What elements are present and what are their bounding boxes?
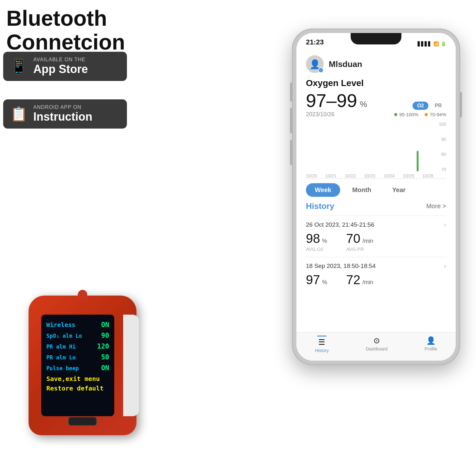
- screen-prhi-value: 120: [97, 343, 109, 350]
- green-dot: [394, 113, 397, 116]
- legend-orange: 70-94%: [425, 112, 446, 117]
- history-date-row: 26 Oct 2023, 21:45-21:56 ›: [306, 221, 446, 228]
- chevron-right-icon: ›: [444, 221, 446, 228]
- avg-o2-value-2: 97: [306, 273, 320, 287]
- avg-o2-unit: %: [322, 238, 327, 244]
- toggle-pills: O2 PR: [413, 102, 446, 110]
- volume-down-button: [290, 140, 292, 165]
- avg-pr-value: 70: [346, 231, 360, 245]
- nav-history[interactable]: ☰ History: [315, 336, 329, 353]
- x-label-1022: 10/22: [345, 173, 356, 178]
- history-date-row-2: 18 Sep 2023, 18:50-18:54 ›: [306, 262, 446, 270]
- volume-up-button: [290, 108, 292, 133]
- avg-o2-unit-2: %: [322, 279, 327, 285]
- history-nav-icon: ☰: [318, 338, 325, 347]
- bottom-nav: ☰ History ⊙ Dashboard 👤 Profile: [296, 332, 456, 361]
- phone-icon: 📱: [10, 58, 28, 75]
- tab-month[interactable]: Month: [343, 183, 380, 197]
- oximeter-button[interactable]: [68, 417, 97, 426]
- tab-year[interactable]: Year: [383, 183, 414, 197]
- o2-value-block: 97–99 %: [306, 91, 367, 110]
- history-header: History More >: [306, 201, 446, 211]
- avg-o2-label: AVG.O2: [306, 246, 327, 252]
- time-tabs: Week Month Year: [306, 183, 446, 197]
- avg-pr-block-2: 72 /min: [346, 273, 373, 287]
- screen-prhi-label: PR alm Hi: [46, 344, 76, 350]
- nav-dashboard[interactable]: ⊙ Dashboard: [366, 336, 388, 351]
- app-store-badge[interactable]: 📱 AVAILABLE ON THE App Store: [3, 52, 127, 81]
- tab-week[interactable]: Week: [306, 183, 340, 197]
- history-item[interactable]: 18 Sep 2023, 18:50-18:54 › 97 % 72 /min: [306, 257, 446, 292]
- y-label-70: 70: [441, 167, 446, 172]
- user-row: 👤 Mlsduan: [306, 55, 446, 73]
- o2-big-value: 97–99: [306, 90, 357, 111]
- orange-legend-label: 70-94%: [430, 112, 446, 117]
- screen-spo2-value: 90: [101, 332, 109, 339]
- android-large-text: Instruction: [33, 110, 92, 123]
- screen-pulse-label: Pulse beep: [46, 365, 79, 371]
- wifi-icon: 📶: [433, 41, 439, 46]
- history-metrics-2: 97 % 72 /min: [306, 273, 446, 287]
- avatar[interactable]: 👤: [306, 55, 324, 73]
- username-label: Mlsduan: [329, 59, 362, 69]
- avg-o2-block: 98 % AVG.O2: [306, 231, 327, 252]
- oxygen-level-title: Oxygen Level: [306, 78, 446, 88]
- legend-row: 95-100% 70-94%: [394, 112, 446, 117]
- x-label-1026: 10/26: [422, 173, 433, 178]
- oximeter-screen: Wireless ON SpO₂ alm Lo 90 PR alm Hi 120…: [41, 315, 114, 416]
- nav-profile[interactable]: 👤 Profile: [425, 336, 437, 351]
- x-label-1024: 10/24: [384, 173, 395, 178]
- nav-profile-label: Profile: [425, 346, 437, 351]
- screen-wireless-label: Wireless: [46, 321, 76, 328]
- phone-mockup: 21:23 ▋▋▋▋ 📶 🔋 👤 Mlsd: [292, 13, 463, 451]
- android-badge[interactable]: 📋 ANDROID APP ON Instruction: [3, 99, 127, 129]
- x-label-1025: 10/25: [403, 173, 414, 178]
- history-metrics-1: 98 % AVG.O2 70 /min AVG.PR: [306, 231, 446, 252]
- phone-frame: 21:23 ▋▋▋▋ 📶 🔋 👤 Mlsd: [292, 29, 460, 365]
- avg-pr-value-2: 72: [346, 273, 360, 287]
- avg-pr-unit-2: /min: [362, 279, 373, 285]
- history-item[interactable]: 26 Oct 2023, 21:45-21:56 › 98 % AVG.O2 7…: [306, 216, 446, 257]
- avg-o2-block-2: 97 %: [306, 273, 327, 287]
- avg-pr-block: 70 /min AVG.PR: [346, 231, 373, 252]
- avg-pr-unit: /min: [362, 238, 373, 244]
- power-button: [460, 92, 462, 117]
- avg-pr-label: AVG.PR: [346, 246, 373, 252]
- history-more-button[interactable]: More >: [426, 203, 446, 210]
- date-legend-row: 2023/10/26 95-100% 70-94%: [306, 111, 446, 118]
- oximeter-bump: [78, 290, 87, 299]
- screen-pulse-value: ON: [101, 364, 109, 372]
- o2-chart: 100 90 80 70 10/20 10/21 10/22 10/23: [306, 122, 446, 179]
- android-small-text: ANDROID APP ON: [33, 104, 92, 110]
- o2-pill[interactable]: O2: [413, 102, 428, 110]
- nav-history-label: History: [315, 348, 329, 353]
- x-label-1021: 10/21: [325, 173, 336, 178]
- screen-spo2-label: SpO₂ alm Lo: [46, 333, 82, 339]
- battery-icon: 🔋: [441, 41, 446, 46]
- dashboard-nav-icon: ⊙: [374, 336, 380, 345]
- phone-screen-wrapper: 21:23 ▋▋▋▋ 📶 🔋 👤 Mlsd: [296, 33, 456, 361]
- orange-dot: [425, 113, 428, 116]
- x-label-1020: 10/20: [306, 173, 317, 178]
- pr-pill[interactable]: PR: [430, 102, 446, 110]
- chart-x-labels: 10/20 10/21 10/22 10/23 10/24 10/25 10/2…: [306, 173, 433, 178]
- android-icon: 📋: [10, 106, 28, 122]
- oximeter-strip: [123, 315, 139, 416]
- legend-green: 95-100%: [394, 112, 418, 117]
- phone-notch: [351, 33, 401, 44]
- screen-prlo-label: PR alm Lo: [46, 354, 76, 361]
- app-content: 👤 Mlsduan Oxygen Level 97–99 %: [296, 49, 456, 361]
- oximeter-body: Wireless ON SpO₂ alm Lo 90 PR alm Hi 120…: [29, 296, 136, 435]
- phone-screen: 21:23 ▋▋▋▋ 📶 🔋 👤 Mlsd: [296, 33, 456, 361]
- avatar-badge: [318, 67, 324, 73]
- history-date-2: 18 Sep 2023, 18:50-18:54: [306, 263, 376, 270]
- app-store-large-text: App Store: [33, 63, 88, 76]
- app-store-small-text: AVAILABLE ON THE: [33, 57, 88, 63]
- x-label-1023: 10/23: [364, 173, 375, 178]
- screen-wireless-value: ON: [101, 321, 109, 329]
- screen-prlo-value: 50: [101, 353, 109, 361]
- chart-bar-last: [417, 151, 419, 171]
- green-legend-label: 95-100%: [399, 112, 418, 117]
- oximeter-body-wrapper: Wireless ON SpO₂ alm Lo 90 PR alm Hi 120…: [19, 283, 146, 454]
- screen-restore-label: Restore default: [46, 384, 109, 392]
